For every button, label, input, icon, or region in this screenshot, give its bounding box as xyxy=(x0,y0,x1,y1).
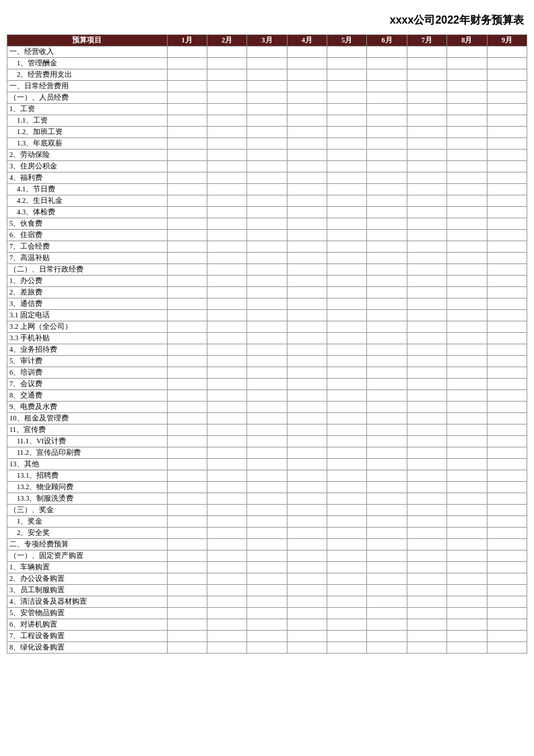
month-value-cell xyxy=(327,218,367,230)
month-value-cell xyxy=(287,138,327,150)
month-value-cell xyxy=(407,207,446,218)
table-row: 13.3、制服洗烫费 xyxy=(7,493,527,505)
month-value-cell xyxy=(167,516,207,528)
month-value-cell xyxy=(487,310,527,321)
month-value-cell xyxy=(207,573,246,585)
month-value-cell xyxy=(247,619,287,631)
month-value-cell xyxy=(167,596,207,608)
month-value-cell xyxy=(327,46,367,58)
month-value-cell xyxy=(327,333,367,344)
month-value-cell xyxy=(247,138,287,150)
month-value-cell xyxy=(327,241,367,253)
table-row: 2、差旅费 xyxy=(7,287,527,298)
item-label: 13.1、招聘费 xyxy=(7,470,168,482)
month-value-cell xyxy=(367,276,407,287)
month-value-cell xyxy=(287,493,327,505)
month-value-cell xyxy=(487,470,527,482)
month-value-cell xyxy=(247,470,287,482)
month-value-cell xyxy=(447,92,487,104)
month-value-cell xyxy=(167,505,207,516)
month-value-cell xyxy=(247,115,287,127)
month-value-cell xyxy=(247,161,287,172)
month-value-cell xyxy=(287,642,327,654)
month-value-cell xyxy=(327,459,367,470)
month-value-cell xyxy=(207,619,246,631)
table-row: 5、伙食费 xyxy=(7,218,527,230)
header-aug: 8月 xyxy=(447,35,487,46)
month-value-cell xyxy=(207,516,246,528)
month-value-cell xyxy=(407,550,446,562)
month-value-cell xyxy=(207,585,246,596)
month-value-cell xyxy=(447,230,487,241)
month-value-cell xyxy=(327,608,367,619)
month-value-cell xyxy=(167,321,207,333)
month-value-cell xyxy=(447,207,487,218)
header-feb: 2月 xyxy=(207,35,246,46)
table-row: 9、电费及水费 xyxy=(7,402,527,413)
table-row: 4、清洁设备及器材购置 xyxy=(7,596,527,608)
month-value-cell xyxy=(287,287,327,298)
table-row: 1、工资 xyxy=(7,104,527,115)
item-label: 3.3 手机补贴 xyxy=(7,333,168,344)
month-value-cell xyxy=(167,573,207,585)
month-value-cell xyxy=(447,127,487,138)
month-value-cell xyxy=(367,104,407,115)
month-value-cell xyxy=(327,470,367,482)
month-value-cell xyxy=(487,184,527,195)
month-value-cell xyxy=(247,447,287,459)
month-value-cell xyxy=(287,161,327,172)
month-value-cell xyxy=(407,482,446,493)
month-value-cell xyxy=(207,253,246,264)
month-value-cell xyxy=(167,253,207,264)
month-value-cell xyxy=(447,402,487,413)
month-value-cell xyxy=(407,573,446,585)
month-value-cell xyxy=(367,58,407,69)
month-value-cell xyxy=(407,344,446,356)
month-value-cell xyxy=(487,413,527,424)
item-label: （一）、固定资产购置 xyxy=(7,550,168,562)
month-value-cell xyxy=(407,81,446,92)
month-value-cell xyxy=(487,321,527,333)
item-label: 5、伙食费 xyxy=(7,218,168,230)
month-value-cell xyxy=(327,436,367,447)
month-value-cell xyxy=(287,459,327,470)
month-value-cell xyxy=(247,195,287,207)
month-value-cell xyxy=(287,58,327,69)
month-value-cell xyxy=(167,447,207,459)
month-value-cell xyxy=(367,195,407,207)
month-value-cell xyxy=(487,402,527,413)
month-value-cell xyxy=(407,596,446,608)
table-row: 1、办公费 xyxy=(7,276,527,287)
month-value-cell xyxy=(487,619,527,631)
month-value-cell xyxy=(407,642,446,654)
month-value-cell xyxy=(167,333,207,344)
month-value-cell xyxy=(367,184,407,195)
table-row: 4、业务招待费 xyxy=(7,344,527,356)
table-row: 11、宣传费 xyxy=(7,424,527,436)
month-value-cell xyxy=(487,344,527,356)
month-value-cell xyxy=(167,390,207,402)
month-value-cell xyxy=(487,218,527,230)
month-value-cell xyxy=(447,310,487,321)
month-value-cell xyxy=(367,505,407,516)
month-value-cell xyxy=(407,333,446,344)
month-value-cell xyxy=(287,104,327,115)
item-label: 11.1、VI设计费 xyxy=(7,436,168,447)
month-value-cell xyxy=(247,642,287,654)
item-label: 2、经营费用支出 xyxy=(7,69,168,81)
month-value-cell xyxy=(327,104,367,115)
month-value-cell xyxy=(167,241,207,253)
month-value-cell xyxy=(407,539,446,550)
item-label: 7、高温补贴 xyxy=(7,253,168,264)
month-value-cell xyxy=(167,367,207,379)
table-row: （三）、奖金 xyxy=(7,505,527,516)
month-value-cell xyxy=(327,573,367,585)
month-value-cell xyxy=(167,184,207,195)
month-value-cell xyxy=(447,539,487,550)
month-value-cell xyxy=(367,287,407,298)
month-value-cell xyxy=(207,161,246,172)
month-value-cell xyxy=(247,276,287,287)
month-value-cell xyxy=(487,115,527,127)
month-value-cell xyxy=(207,367,246,379)
month-value-cell xyxy=(327,264,367,276)
